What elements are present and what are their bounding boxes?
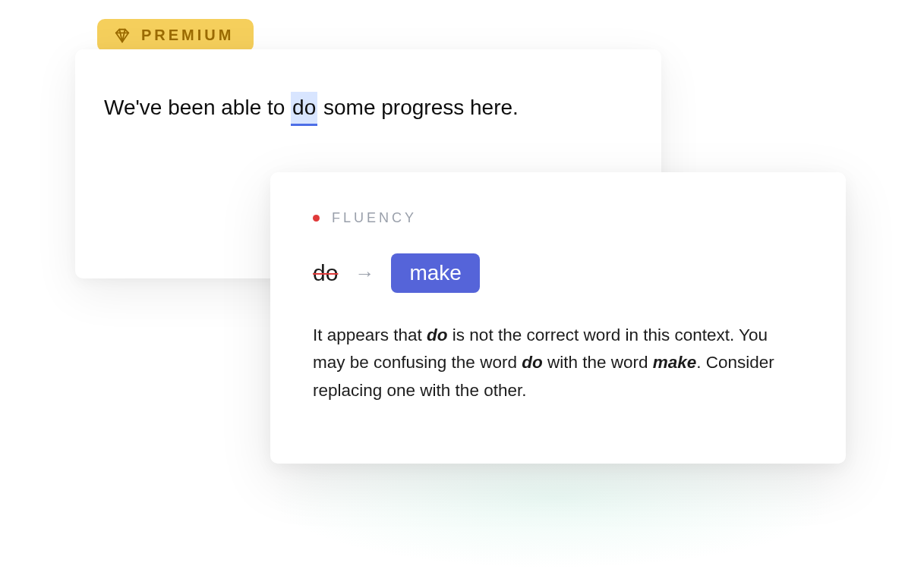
explanation-text: It appears that [313, 325, 427, 344]
category-label: FLUENCY [332, 210, 417, 226]
diamond-icon [114, 27, 131, 44]
suggestion-card: FLUENCY do → make It appears that do is … [270, 172, 846, 464]
original-word: do [313, 260, 338, 286]
explanation-word-1: do [427, 325, 448, 344]
replacement-button[interactable]: make [391, 253, 479, 293]
suggestion-explanation: It appears that do is not the correct wo… [313, 322, 803, 404]
highlighted-word[interactable]: do [291, 92, 317, 126]
sentence-post: some progress here. [317, 92, 519, 124]
explanation-text: with the word [543, 353, 653, 372]
suggestion-category-row: FLUENCY [313, 210, 803, 226]
premium-badge-label: PREMIUM [141, 27, 234, 44]
explanation-word-2: do [522, 353, 543, 372]
arrow-right-icon: → [355, 262, 374, 285]
explanation-word-3: make [653, 353, 697, 372]
editor-sentence[interactable]: We've been able to do some progress here… [104, 92, 632, 126]
premium-badge: PREMIUM [97, 19, 254, 52]
suggestion-replacement-row: do → make [313, 253, 803, 293]
category-dot-icon [313, 215, 320, 222]
sentence-pre: We've been able to [104, 92, 291, 124]
